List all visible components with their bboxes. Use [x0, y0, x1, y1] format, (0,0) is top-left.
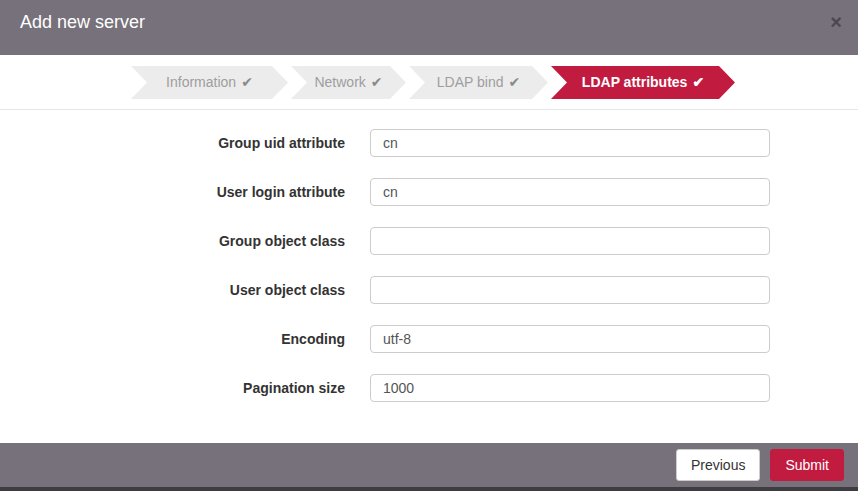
form-row: Pagination size — [0, 374, 858, 402]
form-row: User object class — [0, 276, 858, 304]
form-row: Encoding — [0, 325, 858, 353]
close-icon[interactable]: × — [830, 14, 842, 30]
step-label: LDAP bind — [437, 74, 504, 90]
step-label: Network — [314, 74, 365, 90]
check-icon: ✔ — [371, 74, 383, 90]
step-ldap-bind[interactable]: LDAP bind✔ — [409, 66, 548, 99]
user-login-attribute-input[interactable] — [370, 178, 770, 206]
modal-header: Add new server × — [0, 0, 858, 55]
submit-button[interactable]: Submit — [770, 449, 844, 481]
field-label: User login attribute — [0, 178, 345, 206]
ldap-attributes-form: Group uid attribute User login attribute… — [0, 110, 858, 443]
group-uid-attribute-input[interactable] — [370, 129, 770, 157]
field-label: User object class — [0, 276, 345, 304]
form-row: User login attribute — [0, 178, 858, 206]
check-icon: ✔ — [692, 74, 704, 90]
step-label: LDAP attributes — [582, 74, 688, 90]
step-information[interactable]: Information✔ — [131, 66, 288, 99]
check-icon: ✔ — [508, 74, 520, 90]
step-ldap-attributes[interactable]: LDAP attributes✔ — [551, 66, 735, 99]
encoding-input[interactable] — [370, 325, 770, 353]
group-object-class-input[interactable] — [370, 227, 770, 255]
previous-button[interactable]: Previous — [676, 449, 760, 481]
modal-footer: Previous Submit — [0, 443, 858, 487]
form-row: Group object class — [0, 227, 858, 255]
wizard-steps: Information✔ Network✔ LDAP bind✔ LDAP at… — [0, 55, 858, 110]
field-label: Group object class — [0, 227, 345, 255]
page-background-strip — [0, 487, 858, 491]
field-label: Group uid attribute — [0, 129, 345, 157]
pagination-size-input[interactable] — [370, 374, 770, 402]
step-network[interactable]: Network✔ — [291, 66, 406, 99]
field-label: Encoding — [0, 325, 345, 353]
form-row: Group uid attribute — [0, 129, 858, 157]
check-icon: ✔ — [241, 74, 253, 90]
modal-title: Add new server — [20, 12, 830, 33]
step-label: Information — [166, 74, 236, 90]
add-server-modal: Add new server × Information✔ Network✔ L… — [0, 0, 858, 491]
user-object-class-input[interactable] — [370, 276, 770, 304]
field-label: Pagination size — [0, 374, 345, 402]
